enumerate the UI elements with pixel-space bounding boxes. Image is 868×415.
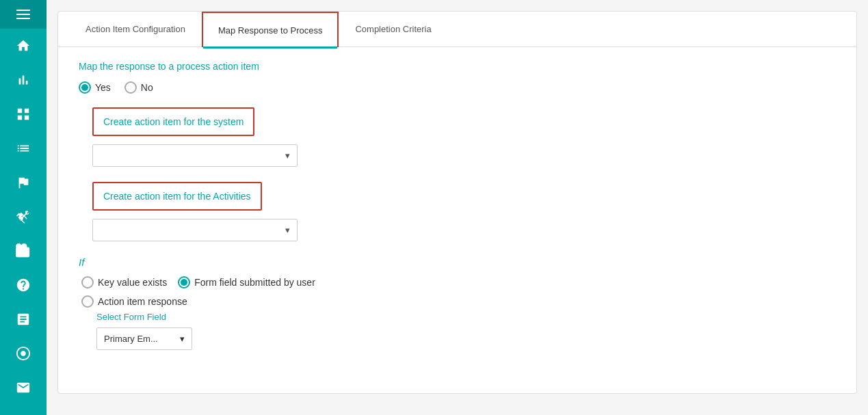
no-radio-item[interactable]: No bbox=[124, 81, 153, 94]
primary-em-value: Primary Em... bbox=[104, 334, 158, 344]
sidebar bbox=[0, 0, 47, 415]
system-action-dropdown-arrow: ▾ bbox=[285, 150, 290, 161]
form-field-radio-filled bbox=[181, 279, 187, 286]
sidebar-item-flag[interactable] bbox=[0, 165, 47, 200]
primary-em-dropdown[interactable]: Primary Em... ▾ bbox=[96, 327, 192, 350]
activities-action-box: Create action item for the Activities bbox=[92, 182, 262, 211]
activities-action-dropdown[interactable]: ▾ bbox=[92, 219, 298, 241]
sidebar-item-drawer[interactable] bbox=[0, 234, 47, 268]
select-form-field-link[interactable]: Select Form Field bbox=[96, 312, 836, 322]
form-field-label: Form field submitted by user bbox=[194, 277, 315, 288]
key-value-radio-button[interactable] bbox=[81, 276, 94, 289]
sidebar-item-support[interactable] bbox=[0, 268, 47, 302]
sidebar-item-tools[interactable] bbox=[0, 200, 47, 234]
sidebar-item-mail[interactable] bbox=[16, 371, 31, 405]
no-label: No bbox=[141, 82, 153, 93]
activities-action-label: Create action item for the Activities bbox=[103, 191, 251, 202]
activities-action-section: Create action item for the Activities ▾ bbox=[92, 182, 836, 241]
yes-label: Yes bbox=[95, 82, 111, 93]
sidebar-item-list[interactable] bbox=[0, 131, 47, 165]
svg-point-1 bbox=[21, 351, 25, 356]
yes-no-radio-group: Yes No bbox=[79, 81, 836, 94]
sidebar-item-grid[interactable] bbox=[0, 97, 47, 131]
if-options-group: Key value exists Form field submitted by… bbox=[81, 276, 836, 308]
if-label: If bbox=[79, 256, 836, 268]
tab-content: Map the response to a process action ite… bbox=[58, 47, 856, 364]
yes-radio-button[interactable] bbox=[79, 81, 91, 94]
sidebar-item-home[interactable] bbox=[0, 29, 47, 63]
config-card: Action Item Configuration Map Response t… bbox=[57, 11, 857, 394]
primary-em-dropdown-arrow: ▾ bbox=[180, 334, 185, 344]
tab-completion-criteria[interactable]: Completion Criteria bbox=[339, 12, 447, 46]
if-section: If Key value exists Form field submitte bbox=[79, 256, 836, 350]
sidebar-item-chart[interactable] bbox=[0, 63, 47, 97]
yes-radio-item[interactable]: Yes bbox=[79, 81, 111, 94]
system-action-label: Create action item for the system bbox=[103, 116, 244, 127]
main-content: Action Item Configuration Map Response t… bbox=[47, 0, 868, 415]
form-field-radio-button[interactable] bbox=[178, 276, 190, 289]
system-action-dropdown[interactable]: ▾ bbox=[92, 144, 298, 167]
sidebar-menu-button[interactable] bbox=[0, 0, 47, 29]
if-row-2: Action item response bbox=[81, 295, 836, 308]
tab-action-item-config[interactable]: Action Item Configuration bbox=[69, 12, 202, 46]
menu-icon bbox=[16, 10, 30, 19]
action-item-response-label: Action item response bbox=[98, 296, 187, 307]
sidebar-item-upload[interactable] bbox=[16, 405, 31, 415]
map-response-description: Map the response to a process action ite… bbox=[79, 61, 836, 72]
action-item-response-radio-item[interactable]: Action item response bbox=[81, 295, 187, 308]
form-field-radio-item[interactable]: Form field submitted by user bbox=[178, 276, 315, 289]
yes-radio-filled bbox=[81, 84, 88, 91]
no-radio-button[interactable] bbox=[124, 81, 137, 94]
key-value-label: Key value exists bbox=[98, 277, 167, 288]
tab-map-response[interactable]: Map Response to Process bbox=[202, 12, 339, 47]
tab-bar: Action Item Configuration Map Response t… bbox=[58, 12, 856, 47]
action-item-response-radio-button[interactable] bbox=[81, 295, 94, 308]
system-action-section: Create action item for the system ▾ bbox=[92, 107, 836, 167]
sidebar-item-analytics[interactable] bbox=[0, 336, 47, 371]
key-value-radio-item[interactable]: Key value exists bbox=[81, 276, 167, 289]
sidebar-item-report[interactable] bbox=[0, 302, 47, 336]
activities-action-dropdown-arrow: ▾ bbox=[285, 225, 290, 235]
system-action-box: Create action item for the system bbox=[92, 107, 254, 136]
if-row-1: Key value exists Form field submitted by… bbox=[81, 276, 836, 289]
